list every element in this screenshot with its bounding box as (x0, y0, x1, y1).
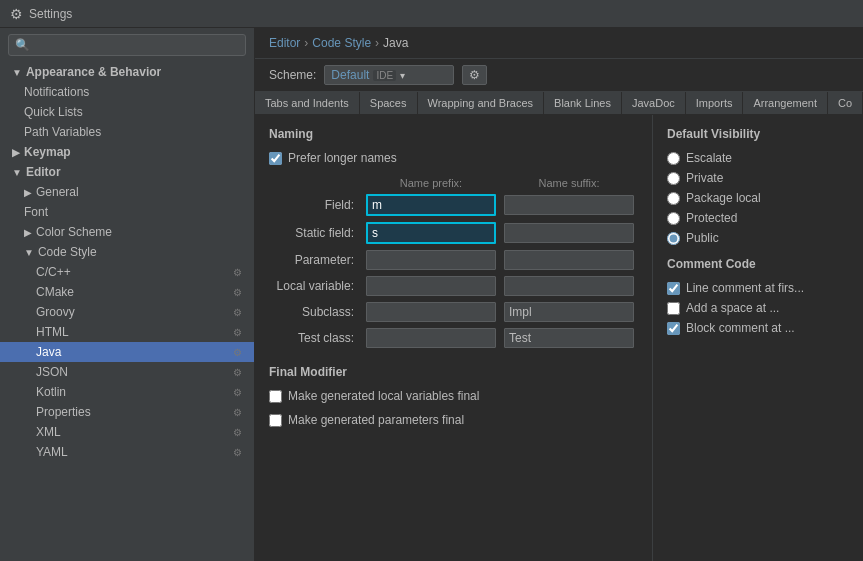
app-icon: ⚙ (10, 6, 23, 22)
visibility-public: Public (667, 231, 849, 245)
settings-icon: ⚙ (233, 267, 242, 278)
title-bar: ⚙ Settings (0, 0, 863, 28)
sidebar-item-label: HTML (36, 325, 69, 339)
field-label: Field: (269, 191, 362, 219)
tab-blank-lines[interactable]: Blank Lines (544, 92, 622, 114)
sidebar-item-notifications[interactable]: Notifications (0, 82, 254, 102)
sidebar-item-cpp[interactable]: C/C++ ⚙ (0, 262, 254, 282)
local-final-label: Make generated local variables final (288, 389, 479, 403)
sidebar-item-json[interactable]: JSON ⚙ (0, 362, 254, 382)
add-space-checkbox[interactable] (667, 302, 680, 315)
parameter-prefix-input[interactable] (366, 250, 496, 270)
visibility-protected-radio[interactable] (667, 212, 680, 225)
parameter-suffix-input[interactable] (504, 250, 634, 270)
static-suffix-input[interactable] (504, 223, 634, 243)
local-final-checkbox[interactable] (269, 390, 282, 403)
sidebar-item-java[interactable]: Java ⚙ (0, 342, 254, 362)
sidebar-item-color-scheme[interactable]: ▶ Color Scheme (0, 222, 254, 242)
sidebar-item-kotlin[interactable]: Kotlin ⚙ (0, 382, 254, 402)
prefer-longer-names-label: Prefer longer names (288, 151, 397, 165)
field-suffix-input[interactable] (504, 195, 634, 215)
sidebar-item-keymap[interactable]: ▶ Keymap (0, 142, 254, 162)
tab-co[interactable]: Co (828, 92, 863, 114)
visibility-title: Default Visibility (667, 127, 849, 141)
tab-tabs-and-indents[interactable]: Tabs and Indents (255, 92, 360, 114)
visibility-package-local-label: Package local (686, 191, 761, 205)
table-row: Subclass: (269, 299, 638, 325)
sidebar-item-editor[interactable]: ▼ Editor (0, 162, 254, 182)
scheme-select[interactable]: Default IDE ▾ (324, 65, 454, 85)
tabs-row: Tabs and Indents Spaces Wrapping and Bra… (255, 92, 863, 115)
static-prefix-input[interactable] (366, 222, 496, 244)
expand-arrow: ▶ (24, 187, 32, 198)
sidebar-item-quick-lists[interactable]: Quick Lists (0, 102, 254, 122)
field-prefix-input[interactable] (366, 194, 496, 216)
visibility-public-label: Public (686, 231, 719, 245)
sidebar-item-label: Color Scheme (36, 225, 112, 239)
prefer-longer-names-checkbox[interactable] (269, 152, 282, 165)
sidebar-item-appearance[interactable]: ▼ Appearance & Behavior (0, 62, 254, 82)
local-suffix-input[interactable] (504, 276, 634, 296)
search-input[interactable] (30, 38, 239, 52)
test-prefix-input[interactable] (366, 328, 496, 348)
breadcrumb-editor[interactable]: Editor (269, 36, 300, 50)
tab-wrapping[interactable]: Wrapping and Braces (418, 92, 545, 114)
sidebar-item-yaml[interactable]: YAML ⚙ (0, 442, 254, 462)
tab-spaces[interactable]: Spaces (360, 92, 418, 114)
line-comment-option: Line comment at firs... (667, 281, 849, 295)
sidebar-item-xml[interactable]: XML ⚙ (0, 422, 254, 442)
tab-javadoc[interactable]: JavaDoc (622, 92, 686, 114)
subclass-suffix-input[interactable] (504, 302, 634, 322)
suffix-header: Name suffix: (500, 175, 638, 191)
visibility-package-local-radio[interactable] (667, 192, 680, 205)
sidebar-item-html[interactable]: HTML ⚙ (0, 322, 254, 342)
block-comment-option: Block comment at ... (667, 321, 849, 335)
breadcrumb: Editor › Code Style › Java (255, 28, 863, 59)
test-suffix-input[interactable] (504, 328, 634, 348)
parameter-prefix-cell (362, 247, 500, 273)
static-prefix-cell (362, 219, 500, 247)
sidebar-item-label: XML (36, 425, 61, 439)
sidebar-item-label: Font (24, 205, 48, 219)
block-comment-checkbox[interactable] (667, 322, 680, 335)
expand-arrow: ▼ (24, 247, 34, 258)
tab-imports[interactable]: Imports (686, 92, 744, 114)
subclass-prefix-input[interactable] (366, 302, 496, 322)
sidebar-item-groovy[interactable]: Groovy ⚙ (0, 302, 254, 322)
sidebar-item-path-variables[interactable]: Path Variables (0, 122, 254, 142)
local-prefix-input[interactable] (366, 276, 496, 296)
visibility-private-radio[interactable] (667, 172, 680, 185)
sidebar-item-label: CMake (36, 285, 74, 299)
sidebar-item-general[interactable]: ▶ General (0, 182, 254, 202)
scheme-value: Default (331, 68, 369, 82)
add-space-option: Add a space at ... (667, 301, 849, 315)
tab-arrangement[interactable]: Arrangement (743, 92, 828, 114)
sidebar-item-label: JSON (36, 365, 68, 379)
test-prefix-cell (362, 325, 500, 351)
sidebar-item-code-style[interactable]: ▼ Code Style (0, 242, 254, 262)
sidebar-item-label: C/C++ (36, 265, 71, 279)
prefer-longer-names-row: Prefer longer names (269, 151, 638, 165)
sidebar-item-cmake[interactable]: CMake ⚙ (0, 282, 254, 302)
final-modifier-section: Final Modifier Make generated local vari… (269, 365, 638, 427)
comment-code-title: Comment Code (667, 257, 849, 271)
visibility-escalate: Escalate (667, 151, 849, 165)
parameter-suffix-cell (500, 247, 638, 273)
search-bar[interactable]: 🔍 (8, 34, 246, 56)
sidebar-item-label: Java (36, 345, 61, 359)
sidebar-item-label: Quick Lists (24, 105, 83, 119)
param-final-checkbox[interactable] (269, 414, 282, 427)
sidebar-item-properties[interactable]: Properties ⚙ (0, 402, 254, 422)
param-final-row: Make generated parameters final (269, 413, 638, 427)
visibility-private-label: Private (686, 171, 723, 185)
breadcrumb-code-style[interactable]: Code Style (312, 36, 371, 50)
sidebar-item-font[interactable]: Font (0, 202, 254, 222)
expand-arrow: ▼ (12, 67, 22, 78)
param-final-label: Make generated parameters final (288, 413, 464, 427)
line-comment-checkbox[interactable] (667, 282, 680, 295)
scheme-gear-button[interactable]: ⚙ (462, 65, 487, 85)
visibility-public-radio[interactable] (667, 232, 680, 245)
visibility-escalate-radio[interactable] (667, 152, 680, 165)
left-panel: Naming Prefer longer names Name prefix: … (255, 115, 653, 561)
add-space-label: Add a space at ... (686, 301, 779, 315)
